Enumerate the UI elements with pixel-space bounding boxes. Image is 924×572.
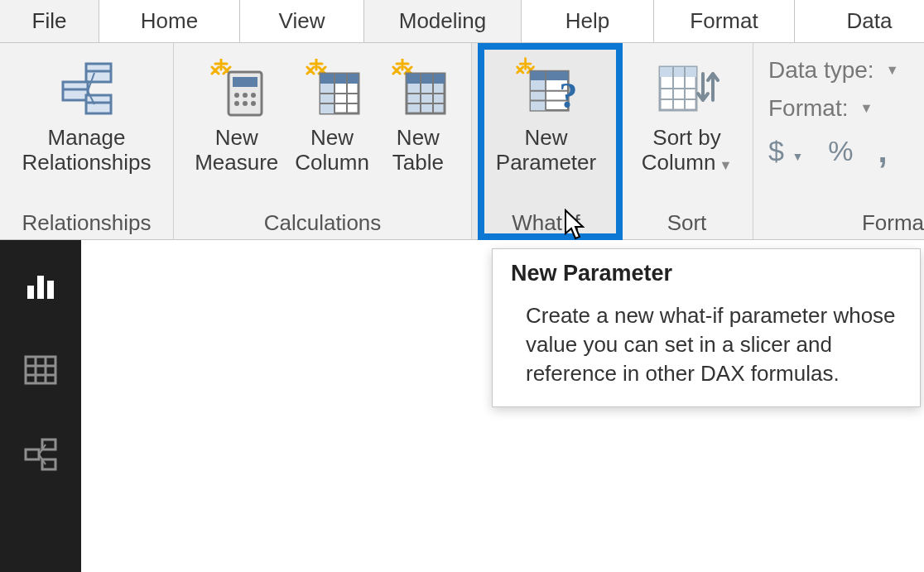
- view-switcher: [0, 240, 81, 572]
- dropdown-label: Format:: [768, 95, 848, 122]
- group-label: What If: [512, 210, 580, 236]
- svg-rect-19: [320, 74, 334, 84]
- manage-relationships-button[interactable]: Manage Relationships: [8, 53, 166, 179]
- svg-rect-47: [26, 357, 55, 383]
- svg-rect-0: [86, 64, 111, 82]
- group-label: Relationships: [22, 210, 151, 236]
- thousands-separator-button[interactable]: ,: [878, 132, 887, 170]
- table-icon: [386, 56, 450, 121]
- percent-format-button[interactable]: %: [828, 135, 853, 167]
- tooltip: New Parameter Create a new what-if param…: [492, 248, 921, 407]
- parameter-icon: ?: [514, 56, 579, 121]
- tab-home[interactable]: Home: [99, 0, 240, 42]
- button-label: New: [310, 126, 354, 151]
- tab-data[interactable]: Data: [795, 0, 924, 42]
- button-label: Column▼: [642, 151, 732, 175]
- svg-rect-9: [233, 77, 257, 87]
- button-label: New: [215, 126, 258, 151]
- new-measure-button[interactable]: New Measure: [190, 53, 283, 179]
- chevron-down-icon: ▼: [719, 158, 732, 172]
- model-view-button[interactable]: [22, 435, 60, 473]
- tab-modeling[interactable]: Modeling: [364, 0, 522, 42]
- tab-label: File: [32, 8, 67, 34]
- button-label: New: [524, 126, 567, 151]
- svg-rect-4: [86, 95, 111, 113]
- data-type-dropdown[interactable]: Data type: ▼: [768, 51, 924, 89]
- calculator-icon: [205, 56, 269, 121]
- group-label: Forma: [768, 210, 924, 236]
- svg-point-14: [243, 101, 248, 106]
- tab-label: Format: [690, 8, 758, 34]
- new-parameter-button[interactable]: ? New Parameter: [484, 53, 609, 179]
- group-label: Sort: [667, 210, 707, 236]
- svg-rect-2: [63, 82, 88, 100]
- tab-view[interactable]: View: [240, 0, 364, 42]
- menu-bar: File Home View Modeling Help Format Data: [0, 0, 924, 43]
- chevron-down-icon: ▼: [886, 63, 899, 78]
- svg-rect-44: [27, 286, 34, 299]
- svg-point-10: [234, 93, 239, 98]
- svg-rect-45: [37, 276, 44, 299]
- tab-label: Help: [565, 8, 609, 34]
- relationships-nav-icon: [22, 438, 59, 471]
- tab-file[interactable]: File: [0, 0, 99, 42]
- data-view-button[interactable]: [22, 351, 60, 389]
- svg-point-12: [251, 93, 256, 98]
- group-label: Calculations: [264, 210, 382, 236]
- group-formatting: Data type: ▼ Format: ▼ $ ▼ % , Forma: [753, 43, 924, 239]
- svg-point-11: [243, 93, 248, 98]
- button-label: Parameter: [496, 151, 596, 175]
- button-label: Manage: [48, 126, 126, 151]
- tab-label: Modeling: [399, 8, 487, 34]
- group-calculations: New Measure: [174, 43, 472, 239]
- tab-label: View: [279, 8, 325, 34]
- sort-by-column-button[interactable]: Sort by Column▼: [629, 53, 745, 179]
- tooltip-body: Create a new what-if parameter whose val…: [511, 301, 902, 388]
- group-whatif: ? New Parameter What If: [472, 43, 621, 239]
- tab-format[interactable]: Format: [654, 0, 795, 42]
- tab-help[interactable]: Help: [522, 0, 654, 42]
- button-label: Relationships: [22, 151, 151, 175]
- svg-rect-46: [47, 281, 54, 299]
- dropdown-label: Data type:: [768, 57, 874, 84]
- tab-label: Data: [847, 8, 893, 34]
- report-view-button[interactable]: [22, 267, 60, 305]
- svg-rect-53: [26, 449, 39, 459]
- new-table-button[interactable]: New Table: [381, 53, 455, 179]
- group-sort: Sort by Column▼ Sort: [621, 43, 753, 239]
- button-label: Measure: [195, 151, 278, 175]
- button-label: Table: [392, 151, 444, 175]
- relationships-icon: [55, 56, 119, 121]
- table-column-icon: [300, 56, 364, 121]
- svg-text:?: ?: [559, 75, 577, 115]
- format-dropdown[interactable]: Format: ▼: [768, 89, 924, 127]
- tab-label: Home: [141, 8, 198, 34]
- button-label: Column: [295, 151, 369, 175]
- svg-point-13: [234, 101, 239, 106]
- tooltip-title: New Parameter: [511, 261, 902, 286]
- svg-rect-32: [530, 80, 545, 110]
- bar-chart-icon: [24, 269, 57, 302]
- sort-icon: [655, 56, 719, 121]
- svg-point-15: [251, 101, 256, 106]
- new-column-button[interactable]: New Column: [290, 53, 374, 179]
- chevron-down-icon: ▼: [792, 150, 803, 163]
- ribbon: Manage Relationships Relationships: [0, 43, 924, 240]
- currency-symbol: $: [768, 135, 784, 166]
- svg-rect-39: [660, 67, 696, 77]
- button-label: New: [397, 126, 440, 151]
- button-label: Sort by: [652, 126, 720, 151]
- chevron-down-icon: ▼: [859, 101, 873, 116]
- svg-rect-25: [407, 74, 445, 84]
- group-relationships: Manage Relationships Relationships: [0, 43, 174, 239]
- currency-format-button[interactable]: $ ▼: [768, 135, 803, 167]
- table-grid-icon: [24, 355, 57, 385]
